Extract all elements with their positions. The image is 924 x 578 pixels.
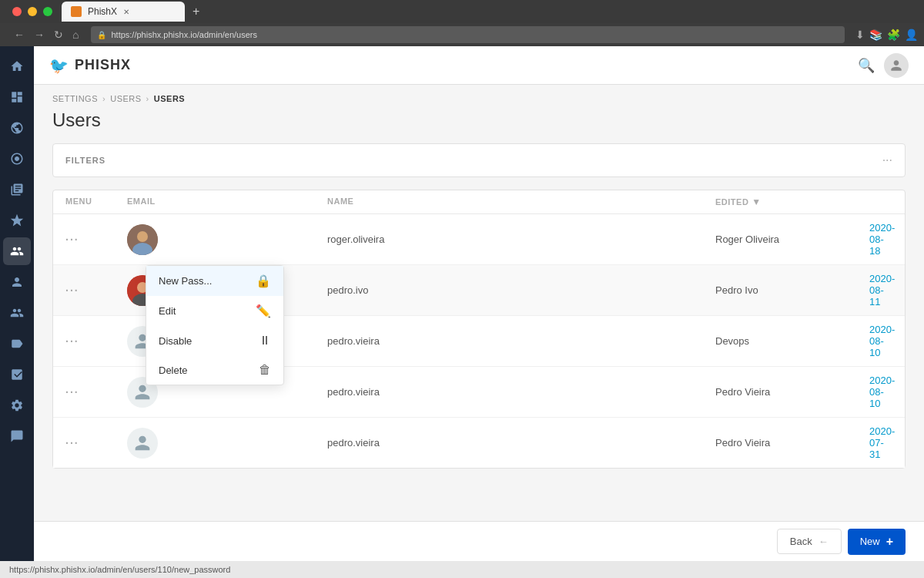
browser-tabs: PhishX ✕ + bbox=[0, 0, 924, 23]
context-menu-edit[interactable]: Edit ✏️ bbox=[146, 296, 283, 326]
table-row: ··· pedro.vieira Pedro Vieira 2020-07-31 bbox=[53, 418, 905, 468]
fullscreen-btn[interactable] bbox=[43, 7, 52, 16]
logo-bird-icon: 🐦 bbox=[49, 56, 69, 75]
row-menu-dots[interactable]: ··· bbox=[65, 334, 127, 348]
edit-icon: ✏️ bbox=[256, 304, 271, 318]
active-tab[interactable]: PhishX ✕ bbox=[62, 2, 185, 22]
url-text: https://phishx.phishx.io/admin/en/users bbox=[111, 30, 839, 39]
reload-button[interactable]: ↻ bbox=[51, 27, 66, 42]
breadcrumb-users-parent[interactable]: USERS bbox=[110, 94, 141, 103]
row-menu-dots[interactable]: ··· bbox=[65, 284, 127, 297]
row-date[interactable]: 2020-07-31 bbox=[869, 425, 892, 460]
back-nav-button[interactable]: ← bbox=[11, 27, 28, 42]
browser-controls: ← → ↻ ⌂ 🔒 https://phishx.phishx.io/admin… bbox=[0, 23, 924, 46]
row-name: Roger Oliveira bbox=[715, 234, 869, 245]
breadcrumb-sep-1: › bbox=[102, 94, 105, 103]
pause-icon: ⏸ bbox=[259, 334, 271, 348]
sidebar-group-settings-icon[interactable] bbox=[3, 299, 31, 327]
sidebar-library-icon[interactable] bbox=[3, 176, 31, 203]
row-date[interactable]: 2020-08-11 bbox=[869, 273, 892, 307]
sidebar-target-icon[interactable] bbox=[3, 145, 31, 173]
lock-icon: 🔒 bbox=[256, 274, 271, 288]
user-avatar[interactable] bbox=[884, 53, 909, 78]
row-avatar bbox=[127, 224, 327, 255]
row-menu-dots[interactable]: ··· bbox=[65, 436, 127, 450]
row-menu-dots[interactable]: ··· bbox=[65, 233, 127, 247]
plus-icon: + bbox=[886, 535, 893, 549]
sidebar-chart-icon[interactable] bbox=[3, 361, 31, 388]
footer: Back ← New + bbox=[34, 521, 924, 561]
edit-label: Edit bbox=[159, 305, 256, 317]
app-container: 🐦 PHISHX 🔍 SETTINGS › USERS › USERS User… bbox=[0, 46, 924, 561]
disable-label: Disable bbox=[159, 335, 259, 347]
sidebar bbox=[0, 46, 34, 561]
row-date[interactable]: 2020-08-10 bbox=[869, 375, 892, 409]
sidebar-chat-icon[interactable] bbox=[3, 422, 31, 450]
filters-header: FILTERS ··· bbox=[53, 144, 905, 176]
status-url: https://phishx.phishx.io/admin/en/users/… bbox=[9, 565, 230, 574]
sidebar-users-icon[interactable] bbox=[3, 237, 31, 265]
close-btn[interactable] bbox=[12, 7, 22, 16]
row-email: pedro.vieira bbox=[327, 335, 715, 347]
bookmarks-icon[interactable]: 📚 bbox=[869, 29, 882, 41]
sidebar-tag-icon[interactable] bbox=[3, 330, 31, 358]
new-password-label: New Pass... bbox=[159, 275, 256, 287]
extensions-icon[interactable]: 🧩 bbox=[887, 29, 900, 41]
filters-card: FILTERS ··· bbox=[52, 143, 906, 177]
row-email: pedro.vieira bbox=[327, 386, 715, 398]
content-wrapper: SETTINGS › USERS › USERS Users FILTERS ·… bbox=[34, 85, 924, 521]
browser-chrome: PhishX ✕ + ← → ↻ ⌂ 🔒 https://phishx.phis… bbox=[0, 0, 924, 46]
new-button[interactable]: New + bbox=[848, 529, 906, 555]
home-button[interactable]: ⌂ bbox=[69, 27, 82, 42]
logo-text: PHISHX bbox=[75, 57, 131, 73]
row-date[interactable]: 2020-08-18 bbox=[869, 222, 892, 257]
browser-toolbar: ⬇ 📚 🧩 👤 bbox=[855, 29, 918, 41]
app-logo: 🐦 PHISHX bbox=[49, 56, 131, 75]
nav-buttons: ← → ↻ ⌂ bbox=[11, 27, 82, 42]
sort-icon[interactable]: ▼ bbox=[752, 197, 761, 207]
new-tab-button[interactable]: + bbox=[188, 3, 204, 20]
sidebar-person-icon[interactable] bbox=[3, 268, 31, 296]
row-name: Pedro Vieira bbox=[715, 386, 869, 398]
table-row: ··· roger.oliveira Roger Oliveira bbox=[53, 214, 905, 265]
row-email: roger.oliveira bbox=[327, 234, 715, 245]
tab-close-icon[interactable]: ✕ bbox=[123, 8, 129, 16]
context-menu: New Pass... 🔒 Edit ✏️ Disable ⏸ Delet bbox=[146, 265, 284, 385]
tab-title: PhishX bbox=[88, 6, 117, 17]
status-bar: https://phishx.phishx.io/admin/en/users/… bbox=[0, 561, 924, 578]
download-icon[interactable]: ⬇ bbox=[855, 29, 865, 41]
trash-icon: 🗑 bbox=[259, 363, 271, 377]
sidebar-globe-icon[interactable] bbox=[3, 114, 31, 142]
top-nav: 🐦 PHISHX 🔍 bbox=[34, 46, 924, 85]
row-email: pedro.ivo bbox=[327, 284, 715, 296]
col-name: NAME bbox=[327, 197, 715, 207]
col-email: EMAIL bbox=[127, 197, 327, 207]
sidebar-dashboard-icon[interactable] bbox=[3, 83, 31, 111]
row-name: Pedro Vieira bbox=[715, 437, 869, 449]
top-nav-right: 🔍 bbox=[858, 53, 909, 78]
search-icon[interactable]: 🔍 bbox=[858, 57, 875, 74]
profile-icon[interactable]: 👤 bbox=[905, 29, 918, 41]
breadcrumb-settings[interactable]: SETTINGS bbox=[52, 94, 98, 103]
sidebar-home-icon[interactable] bbox=[3, 52, 31, 80]
row-date[interactable]: 2020-08-10 bbox=[869, 324, 892, 358]
main-area: 🐦 PHISHX 🔍 SETTINGS › USERS › USERS User… bbox=[34, 46, 924, 561]
back-label: Back bbox=[790, 536, 812, 547]
sidebar-award-icon[interactable] bbox=[3, 207, 31, 234]
delete-label: Delete bbox=[159, 365, 259, 376]
breadcrumb-users-current: USERS bbox=[154, 94, 185, 103]
page-title: Users bbox=[34, 103, 924, 143]
filters-more-icon[interactable]: ··· bbox=[882, 153, 892, 167]
row-menu-dots[interactable]: ··· bbox=[65, 385, 127, 399]
minimize-btn[interactable] bbox=[28, 7, 37, 16]
address-bar[interactable]: 🔒 https://phishx.phishx.io/admin/en/user… bbox=[91, 26, 845, 43]
back-button[interactable]: Back ← bbox=[777, 529, 842, 554]
filters-label: FILTERS bbox=[65, 156, 105, 165]
context-menu-new-password[interactable]: New Pass... 🔒 bbox=[146, 266, 283, 296]
forward-nav-button[interactable]: → bbox=[31, 27, 48, 42]
users-table: MENU EMAIL NAME EDITED ▼ ··· bbox=[52, 190, 906, 469]
context-menu-delete[interactable]: Delete 🗑 bbox=[146, 355, 283, 385]
context-menu-disable[interactable]: Disable ⏸ bbox=[146, 326, 283, 355]
breadcrumb-sep-2: › bbox=[146, 94, 149, 103]
sidebar-settings-icon[interactable] bbox=[3, 391, 31, 419]
